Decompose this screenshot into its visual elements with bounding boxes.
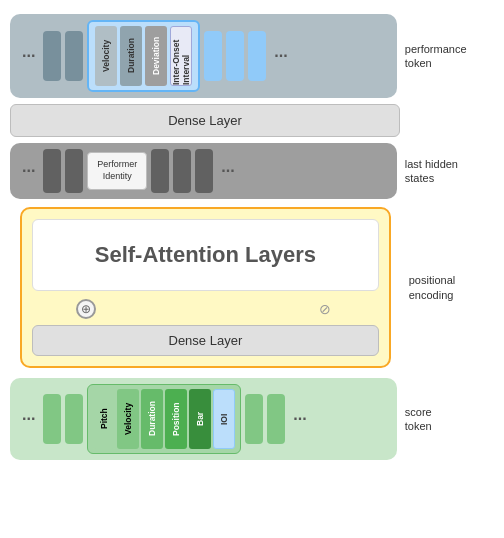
performance-inner-box: Velocity Duration Deviation Inter-Onset … bbox=[87, 20, 200, 92]
dense-layer-top-row: Dense Layer bbox=[10, 104, 494, 137]
pitch-block: Pitch bbox=[93, 389, 115, 449]
self-attention-section: Self-Attention Layers ⊕ ⊘ Dense Layer po… bbox=[10, 203, 494, 372]
dots-left-score: ··· bbox=[22, 410, 35, 428]
dots-left-hidden: ··· bbox=[22, 162, 35, 180]
token-blue-2 bbox=[226, 31, 244, 81]
token-dark-4 bbox=[173, 149, 191, 193]
performance-outer-box: ··· Velocity Duration Deviation Inter-On… bbox=[10, 14, 397, 98]
performance-token-label: performancetoken bbox=[405, 42, 494, 71]
token-green-4 bbox=[267, 394, 285, 444]
dots-right-hidden: ··· bbox=[221, 162, 234, 180]
performer-label: Performer bbox=[97, 159, 137, 169]
token-green-3 bbox=[245, 394, 263, 444]
velocity-block: Velocity bbox=[95, 26, 117, 86]
score-token-row: ··· Pitch Velocity Duration Position Bar… bbox=[10, 378, 494, 460]
positional-encoding-label: positionalencoding bbox=[409, 273, 494, 302]
position-block: Position bbox=[165, 389, 187, 449]
score-inner-box: Pitch Velocity Duration Position Bar IOI bbox=[87, 384, 241, 454]
slash-circle-icon: ⊘ bbox=[315, 299, 335, 319]
positional-row: ⊕ ⊘ bbox=[32, 299, 379, 319]
score-outer-box: ··· Pitch Velocity Duration Position Bar… bbox=[10, 378, 397, 460]
deviation-block: Deviation bbox=[145, 26, 167, 86]
token-dark-3 bbox=[151, 149, 169, 193]
interval-block: Inter-Onset Interval bbox=[170, 26, 192, 86]
token-dark-2 bbox=[65, 149, 83, 193]
score-token-label: scoretoken bbox=[405, 405, 494, 434]
performer-identity-box: Performer Identity bbox=[87, 152, 147, 189]
token-green-1 bbox=[43, 394, 61, 444]
identity-label: Identity bbox=[103, 171, 132, 181]
duration-block: Duration bbox=[120, 26, 142, 86]
token-blue-3 bbox=[248, 31, 266, 81]
token-gray-2 bbox=[65, 31, 83, 81]
ioi-block: IOI bbox=[213, 389, 235, 449]
self-attention-box: Self-Attention Layers bbox=[32, 219, 379, 291]
dense-layer-inner-box: Dense Layer bbox=[32, 325, 379, 356]
self-attention-label: Self-Attention Layers bbox=[95, 242, 316, 267]
performance-token-row: ··· Velocity Duration Deviation Inter-On… bbox=[10, 14, 494, 98]
dense-layer-top-box: Dense Layer bbox=[10, 104, 400, 137]
last-hidden-states-label: last hiddenstates bbox=[405, 157, 494, 186]
token-blue-1 bbox=[204, 31, 222, 81]
last-hidden-states-row: ··· Performer Identity ··· last hiddenst… bbox=[10, 143, 494, 199]
token-green-2 bbox=[65, 394, 83, 444]
plus-circle-icon: ⊕ bbox=[76, 299, 96, 319]
token-dark-5 bbox=[195, 149, 213, 193]
score-duration-block: Duration bbox=[141, 389, 163, 449]
score-velocity-block: Velocity bbox=[117, 389, 139, 449]
token-gray-1 bbox=[43, 31, 61, 81]
dots-right-score: ··· bbox=[293, 410, 306, 428]
dots-right-perf: ··· bbox=[274, 47, 287, 65]
hidden-outer-box: ··· Performer Identity ··· bbox=[10, 143, 397, 199]
bar-block: Bar bbox=[189, 389, 211, 449]
yellow-outer-box: Self-Attention Layers ⊕ ⊘ Dense Layer bbox=[20, 207, 391, 368]
dots-left-perf: ··· bbox=[22, 47, 35, 65]
diagram-container: ··· Velocity Duration Deviation Inter-On… bbox=[0, 0, 504, 538]
token-dark-1 bbox=[43, 149, 61, 193]
